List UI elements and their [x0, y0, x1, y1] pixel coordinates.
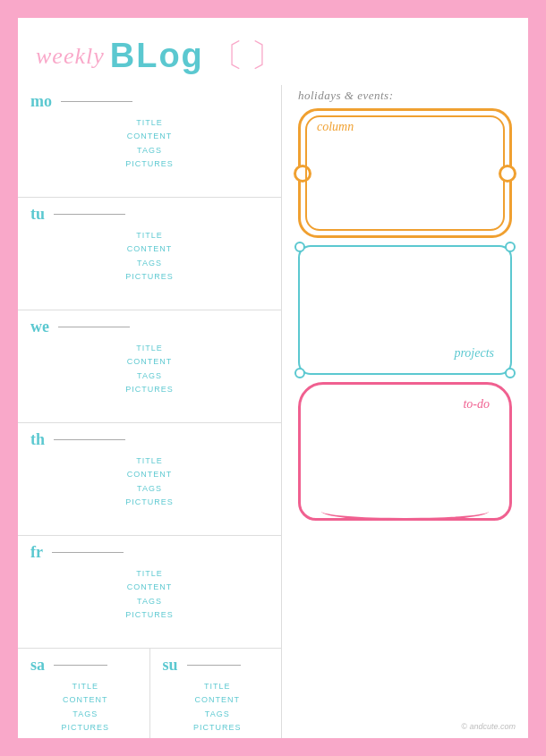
weekly-blog-planner: weekly BLog 〔 〕 mo TITLE CONTENT TAGS PI… — [18, 18, 528, 738]
day-line-we — [58, 327, 130, 327]
day-fields-tu: TITLE CONTENT TAGS PICTURES — [30, 229, 269, 284]
day-line-sa — [54, 665, 107, 666]
frame-projects-label: projects — [454, 346, 494, 361]
day-block-monday: mo TITLE CONTENT TAGS PICTURES — [18, 85, 281, 198]
field-content-tu: CONTENT — [127, 242, 173, 256]
holidays-label: holidays & events: — [298, 89, 512, 103]
day-fields-fr: TITLE CONTENT TAGS PICTURES — [30, 567, 269, 622]
day-block-sunday: su TITLE CONTENT TAGS PICTURES — [150, 649, 282, 738]
day-fields-su: TITLE CONTENT TAGS PICTURES — [163, 680, 273, 735]
copyright: © andcute.com — [461, 722, 516, 731]
header-blog: BLog — [110, 37, 204, 75]
field-content-th: CONTENT — [127, 468, 173, 481]
field-tags-su: TAGS — [205, 708, 230, 721]
day-fields-th: TITLE CONTENT TAGS PICTURES — [30, 454, 269, 509]
field-content-sa: CONTENT — [63, 693, 108, 707]
corner-tr — [505, 242, 516, 252]
corner-br — [505, 368, 516, 378]
header: weekly BLog 〔 〕 — [18, 18, 528, 85]
field-pictures-sa: PICTURES — [61, 721, 109, 735]
frame-todo-label: to-do — [463, 397, 490, 412]
day-fields-we: TITLE CONTENT TAGS PICTURES — [30, 342, 269, 396]
field-title-su: TITLE — [204, 680, 231, 693]
field-pictures-th: PICTURES — [125, 496, 174, 509]
day-line-tu — [54, 214, 125, 215]
day-line-fr — [52, 552, 124, 553]
bottom-days-row: sa TITLE CONTENT TAGS PICTURES su — [18, 649, 281, 738]
field-tags-sa: TAGS — [73, 708, 98, 721]
field-tags-th: TAGS — [137, 482, 162, 496]
day-block-wednesday: we TITLE CONTENT TAGS PICTURES — [18, 310, 281, 423]
day-label-fr: fr — [30, 543, 43, 562]
day-label-su: su — [163, 656, 178, 675]
day-line-mo — [61, 101, 132, 102]
day-label-we: we — [30, 318, 49, 336]
header-weekly: weekly — [36, 43, 105, 70]
field-content-mo: CONTENT — [127, 130, 173, 143]
day-block-thursday: th TITLE CONTENT TAGS PICTURES — [18, 423, 281, 536]
day-label-th: th — [30, 430, 45, 449]
field-title-tu: TITLE — [136, 229, 163, 242]
day-fields-sa: TITLE CONTENT TAGS PICTURES — [30, 680, 141, 735]
day-label-mo: mo — [30, 92, 52, 111]
field-tags-mo: TAGS — [137, 144, 162, 157]
field-pictures-we: PICTURES — [125, 383, 174, 396]
day-block-tuesday: tu TITLE CONTENT TAGS PICTURES — [18, 198, 281, 310]
field-title-fr: TITLE — [136, 567, 163, 581]
frame-projects: projects — [298, 245, 512, 375]
day-label-tu: tu — [30, 205, 45, 224]
brace-left-icon: 〔 — [211, 34, 243, 78]
frame-column-label: column — [317, 120, 354, 134]
field-content-fr: CONTENT — [127, 581, 173, 594]
corner-bl — [294, 368, 305, 378]
field-content-su: CONTENT — [195, 693, 241, 707]
field-pictures-su: PICTURES — [193, 721, 242, 735]
right-column: holidays & events: column projects to-do — [282, 85, 528, 738]
day-label-sa: sa — [30, 656, 45, 675]
day-block-friday: fr TITLE CONTENT TAGS PICTURES — [18, 536, 281, 649]
left-column: mo TITLE CONTENT TAGS PICTURES tu TITLE — [18, 85, 282, 738]
field-pictures-fr: PICTURES — [125, 608, 174, 622]
field-pictures-mo: PICTURES — [125, 157, 174, 171]
day-fields-mo: TITLE CONTENT TAGS PICTURES — [30, 116, 269, 171]
field-pictures-tu: PICTURES — [125, 270, 174, 284]
field-tags-fr: TAGS — [137, 595, 162, 608]
field-title-sa: TITLE — [72, 680, 98, 693]
day-block-saturday: sa TITLE CONTENT TAGS PICTURES — [18, 649, 150, 738]
brace-right-icon: 〕 — [251, 34, 283, 78]
field-content-we: CONTENT — [127, 355, 173, 369]
corner-tl — [294, 242, 305, 252]
field-title-th: TITLE — [136, 454, 163, 468]
field-title-we: TITLE — [136, 342, 163, 355]
frame-column: column — [298, 108, 512, 238]
field-tags-we: TAGS — [137, 370, 162, 383]
day-line-th — [54, 439, 125, 440]
main-area: mo TITLE CONTENT TAGS PICTURES tu TITLE — [18, 85, 528, 738]
day-line-su — [187, 665, 241, 666]
frame-todo: to-do — [298, 382, 512, 521]
field-title-mo: TITLE — [136, 116, 163, 130]
field-tags-tu: TAGS — [137, 257, 162, 270]
